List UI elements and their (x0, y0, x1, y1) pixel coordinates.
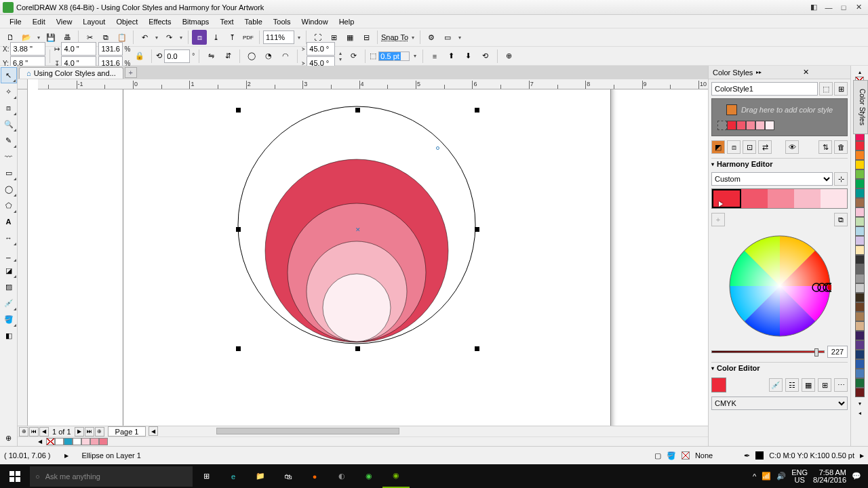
palette-swatch[interactable] (855, 359, 865, 369)
color-style-dropzone[interactable]: Drag here to add color style (711, 98, 848, 136)
start-button[interactable] (1, 464, 28, 488)
select-button[interactable]: ⊡ (743, 140, 756, 154)
artwork-ellipses[interactable] (235, 103, 479, 347)
palette-swatch[interactable] (855, 293, 865, 302)
palette-swatch[interactable] (855, 255, 865, 264)
fill-none-swatch[interactable] (682, 451, 690, 460)
smart-fill-tool[interactable]: ◧ (1, 327, 17, 344)
page-add-before[interactable]: ⊕ (19, 427, 28, 436)
new-doc-tab[interactable]: + (125, 67, 137, 78)
palette-swatch[interactable] (855, 283, 865, 293)
to-front-button[interactable]: ⬆ (444, 49, 459, 64)
snap-to-label[interactable]: Snap To (381, 33, 408, 41)
sel-handle-ml[interactable] (236, 227, 241, 232)
apply-style-button[interactable]: ◩ (711, 140, 725, 154)
new-harmony-button[interactable]: ⊞ (834, 82, 848, 96)
doc-swatch[interactable] (90, 438, 99, 445)
palette-swatch[interactable] (855, 207, 865, 217)
new-style-button[interactable]: ⬚ (819, 82, 833, 96)
show-guides-button[interactable]: ⊟ (359, 30, 374, 45)
scale-x-input[interactable] (98, 42, 123, 56)
options-button[interactable]: ⚙ (424, 30, 439, 45)
convert-curves-button[interactable]: ⟲ (478, 49, 493, 64)
menu-table[interactable]: Table (239, 16, 268, 27)
harmony-swatch[interactable] (741, 189, 768, 208)
rotation-input[interactable] (164, 49, 190, 63)
page-prev[interactable]: ◀ (39, 427, 49, 436)
freehand-tool[interactable]: ✎ (1, 132, 17, 148)
mirror-h-button[interactable]: ⇋ (203, 49, 218, 64)
parallel-dim-tool[interactable]: ↔ (1, 230, 17, 246)
palette-swatch[interactable] (855, 321, 865, 331)
doc-swatch[interactable] (81, 438, 90, 445)
quick-customize-button[interactable]: ⊕ (502, 49, 517, 64)
palette-swatch[interactable] (855, 198, 865, 207)
tray-volume-icon[interactable]: 🔊 (776, 472, 786, 481)
palette-swatch[interactable] (855, 245, 865, 255)
drop-shadow-tool[interactable]: ◪ (1, 262, 17, 279)
color-editor-header[interactable]: ▾ Color Editor (711, 362, 848, 373)
palette-swatch[interactable] (855, 160, 865, 169)
taskbar-store[interactable]: 🛍 (274, 464, 301, 488)
menu-tools[interactable]: Tools (268, 16, 296, 27)
style-swatch[interactable] (746, 121, 755, 130)
harmony-swatch[interactable] (821, 189, 847, 208)
style-swatch[interactable] (727, 121, 736, 130)
palette-swatch[interactable] (855, 388, 865, 397)
ellipse-button[interactable]: ◯ (244, 49, 259, 64)
palette-swatch[interactable] (855, 312, 865, 321)
tray-language[interactable]: ENGUS (791, 469, 808, 484)
publish-pdf-button[interactable]: PDF (241, 30, 256, 45)
harmony-swatch-selected[interactable] (712, 189, 741, 208)
current-color-swatch[interactable] (711, 378, 726, 392)
color-more-button[interactable]: ⋯ (834, 378, 848, 392)
lock-ratio-button[interactable]: 🔒 (132, 49, 147, 64)
color-proof-icon[interactable]: ▢ (654, 451, 661, 460)
sel-handle-tl[interactable] (236, 108, 241, 113)
taskbar-edge[interactable]: e (220, 464, 247, 488)
close-button[interactable]: ✕ (852, 2, 865, 13)
width-input[interactable] (61, 42, 96, 56)
palette-swatch[interactable] (855, 369, 865, 378)
menu-object[interactable]: Object (111, 16, 143, 27)
taskbar-chrome[interactable]: ◉ (355, 464, 382, 488)
undo-dropdown[interactable]: ▾ (153, 35, 160, 41)
undo-button[interactable]: ↶ (137, 30, 152, 45)
harmony-folder[interactable] (717, 121, 842, 130)
ellipse-node[interactable] (436, 146, 439, 150)
docker-titlebar[interactable]: Color Styles ▸▸ ✕ (709, 66, 850, 79)
hscroll-thumb[interactable] (216, 428, 399, 434)
palette-swatch[interactable] (855, 350, 865, 359)
sel-handle-mr[interactable] (475, 227, 479, 232)
docker-collapse-icon[interactable]: ▸▸ (756, 69, 800, 75)
color-sliders-button[interactable]: ☷ (785, 378, 799, 392)
doc-swatch[interactable] (55, 438, 64, 445)
palette-swatch[interactable] (855, 340, 865, 350)
doc-swatch[interactable] (73, 438, 81, 445)
palette-swatch[interactable] (855, 217, 865, 226)
palette-swatch[interactable] (855, 150, 865, 160)
eyedropper-tool[interactable]: 💉 (1, 295, 17, 311)
mirror-v-button[interactable]: ⇵ (220, 49, 235, 64)
maximize-button[interactable]: □ (837, 2, 850, 13)
palette-swatch[interactable] (855, 378, 865, 388)
palette-up[interactable]: ▴ (855, 67, 865, 77)
palette-swatch[interactable] (855, 179, 865, 188)
menu-layout[interactable]: Layout (77, 16, 111, 27)
search-content-button[interactable]: ⧈ (192, 30, 207, 45)
ellipse-tool[interactable]: ◯ (1, 181, 17, 197)
style-swatch[interactable] (736, 121, 746, 130)
zoom-input[interactable] (263, 30, 294, 44)
snap-dropdown[interactable]: ▾ (410, 35, 416, 41)
color-model-select[interactable]: CMYK (711, 396, 848, 410)
tray-clock[interactable]: 7:58 AM8/24/2016 (813, 469, 846, 484)
open-dropdown[interactable]: ▾ (35, 35, 42, 41)
import-button[interactable]: ⤓ (208, 30, 223, 45)
direction-button[interactable]: ⟳ (346, 49, 361, 64)
page-last[interactable]: ⏭ (85, 427, 94, 436)
page-next[interactable]: ▶ (75, 427, 84, 436)
crop-tool[interactable]: ⧈ (1, 100, 17, 116)
angle-down[interactable]: ▾ (337, 56, 344, 62)
color-palettes-button[interactable]: ⊞ (818, 378, 831, 392)
redo-dropdown[interactable]: ▾ (178, 35, 184, 41)
